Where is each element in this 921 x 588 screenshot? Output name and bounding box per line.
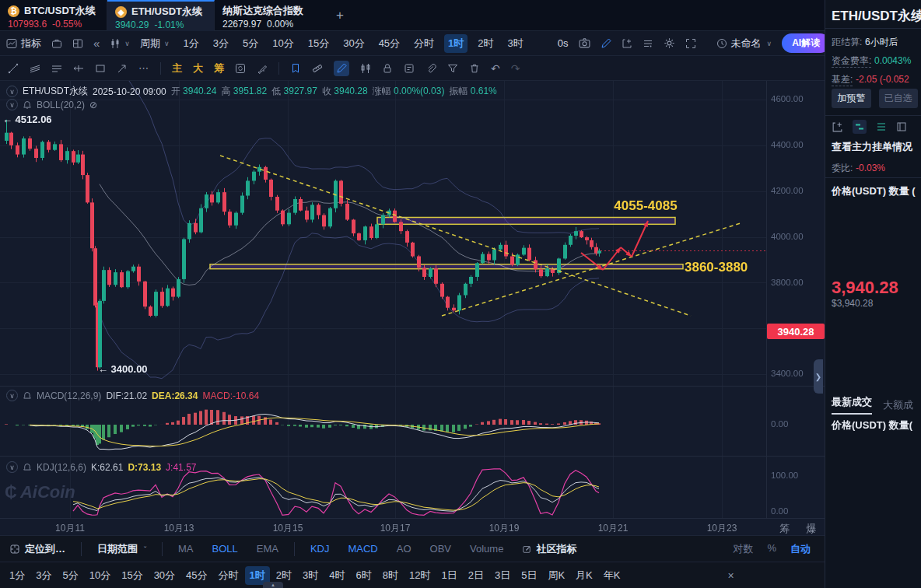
brush-icon[interactable] [257,63,268,74]
timeframe-10分[interactable]: 10分 [85,566,115,585]
indicator-volume[interactable]: Volume [470,543,503,555]
panel-collapse-handle[interactable]: ❯ [814,359,823,394]
log-scale-toggle[interactable]: 对数 [733,542,753,556]
draw-pencil-icon[interactable] [601,38,611,49]
add-frame-icon[interactable] [622,38,632,49]
edit-pencil-icon[interactable] [334,61,349,76]
briefcase-icon[interactable] [51,38,62,49]
replay-speed-button[interactable]: 0s [558,37,569,49]
lock-icon[interactable] [382,63,393,74]
date-range-button[interactable]: 日期范围ˇ [97,542,146,556]
indicator-obv[interactable]: OBV [430,543,451,555]
locate-button[interactable]: 定位到… [9,542,65,556]
tab-btc-usdt[interactable]: ₿BTC/USDT永续 107993.6-0.55% [0,0,107,31]
orderbook-list-icon[interactable] [876,121,887,132]
add-alert-button[interactable]: 加预警 [832,89,871,108]
trades-view-icon[interactable] [896,121,907,132]
bell-icon[interactable] [23,463,32,472]
percent-scale-toggle[interactable]: % [767,542,776,556]
timeframe-1时[interactable]: 1时 [444,34,468,53]
overlay-ema[interactable]: EMA [257,543,278,555]
indicator-button[interactable]: 指标 [6,37,41,51]
timeframe-年K[interactable]: 年K [599,566,625,585]
paperclip-icon[interactable] [425,63,436,74]
more-tools-icon[interactable]: ⋯ [138,62,149,74]
parallel-channel-tool-icon[interactable] [30,63,40,74]
filter-icon[interactable] [447,63,458,74]
bell-icon[interactable] [23,391,32,401]
list-settings-icon[interactable] [643,38,653,49]
timeframe-月K[interactable]: 月K [571,566,597,585]
depth-view-icon[interactable] [853,120,867,134]
ruler-icon[interactable] [312,63,323,74]
timeframe-分时[interactable]: 分时 [410,34,438,53]
timeframe-30分[interactable]: 30分 [149,566,180,585]
camera-icon[interactable] [579,37,590,49]
timeframe-5分[interactable]: 5分 [239,34,262,53]
redo-icon[interactable]: ↷ [511,62,520,75]
timeframe-2时[interactable]: 2时 [474,34,497,53]
timeframe-12时[interactable]: 12时 [404,566,435,585]
trend-line-tool-icon[interactable] [8,63,19,74]
tab-large-trades[interactable]: 大额成 [883,398,913,412]
chip-distribution-toggle[interactable]: 筹 [214,61,224,75]
main-chart-toggle[interactable]: 主 [172,61,182,75]
collapse-chevron-icon[interactable]: ∨ [6,390,18,401]
horizontal-lines-tool-icon[interactable] [51,63,62,74]
timeframe-15分[interactable]: 15分 [304,34,333,53]
timeframe-分时[interactable]: 分时 [214,566,243,585]
overlay-ma[interactable]: MA [178,543,194,555]
main-orders-link[interactable]: 查看主力挂单情况 [832,140,918,154]
cross-line-tool-icon[interactable] [73,63,84,74]
layout-template-dropdown[interactable]: 未命名 ∨ [716,37,772,51]
indicator-kdj[interactable]: KDJ [310,543,330,555]
rectangle-tool-icon[interactable] [95,63,106,74]
collapse-chevron-icon[interactable]: ∨ [6,99,18,110]
eye-off-icon[interactable]: ⊘ [89,100,97,110]
candles-icon[interactable] [360,63,371,74]
indicator-macd[interactable]: MACD [348,543,377,555]
tab-nasdaq[interactable]: 纳斯达克综合指数 22679.970.00% [215,0,322,31]
timeframe-6时[interactable]: 6时 [352,566,376,585]
timeframe-5分[interactable]: 5分 [58,566,82,585]
rewind-icon[interactable]: « [93,37,100,50]
favorited-button[interactable]: 已自选 [879,89,919,108]
fullscreen-icon[interactable] [685,38,696,49]
gear-icon[interactable] [664,37,675,49]
undo-icon[interactable]: ↶ [491,62,500,75]
auto-scale-toggle[interactable]: 自动 [790,542,811,556]
add-frame-icon[interactable] [832,121,843,133]
arrow-tool-icon[interactable] [117,63,128,74]
layout-grid-icon[interactable] [72,38,83,49]
tab-eth-usdt[interactable]: ◆ETH/USDT永续 3940.29-1.01% [107,0,215,31]
timeframe-45分[interactable]: 45分 [375,34,404,53]
ai-analysis-button[interactable]: AI解读 [782,33,830,53]
timeframe-3时[interactable]: 3时 [298,566,323,585]
period-dropdown[interactable]: 周期 ∨ [140,37,170,51]
timeframe-3分[interactable]: 3分 [209,34,233,53]
timeframe-5日[interactable]: 5日 [517,566,541,585]
timeframe-1分[interactable]: 1分 [180,34,203,53]
timeframe-2日[interactable]: 2日 [464,566,489,585]
indicator-ao[interactable]: AO [397,543,411,555]
bookmark-icon[interactable] [290,63,301,74]
refresh-box-icon[interactable] [235,63,246,74]
timeframe-30分[interactable]: 30分 [339,34,368,53]
close-timeframe-bar-button[interactable]: × [727,569,734,582]
chart-style-dropdown[interactable]: ∨ [110,38,130,49]
timeframe-1分[interactable]: 1分 [5,566,30,585]
chip-burst-toggles[interactable]: 筹 爆 [779,522,824,536]
timeframe-1日[interactable]: 1日 [436,566,461,585]
timeframe-10分[interactable]: 10分 [268,34,297,53]
large-view-toggle[interactable]: 大 [193,61,203,75]
expand-panel-arrow[interactable]: ▲ [263,582,283,588]
tab-latest-trades[interactable]: 最新成交 [832,395,872,415]
timeframe-15分[interactable]: 15分 [117,566,147,585]
bell-icon[interactable] [23,100,32,110]
collapse-chevron-icon[interactable]: ∨ [6,86,18,97]
timeframe-周K[interactable]: 周K [543,566,569,585]
timeframe-8时[interactable]: 8时 [378,566,403,585]
timeframe-4时[interactable]: 4时 [324,566,349,585]
timeframe-3分[interactable]: 3分 [31,566,56,585]
edit-document-icon[interactable] [404,63,415,74]
